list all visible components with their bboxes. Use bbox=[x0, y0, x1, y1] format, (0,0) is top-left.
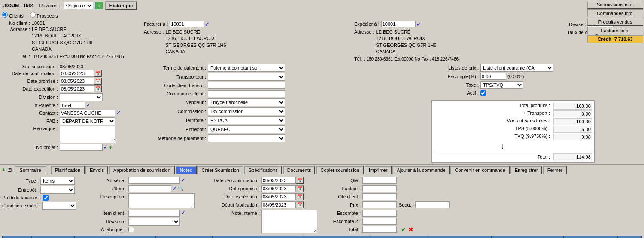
type-label: Type : bbox=[2, 178, 39, 183]
add-row-icon[interactable]: 🖹 bbox=[7, 167, 12, 173]
qte-client-input[interactable] bbox=[362, 193, 397, 200]
contact-check-icon[interactable]: ✓ bbox=[116, 110, 121, 116]
facturer-check-icon[interactable]: ✓ bbox=[205, 21, 210, 27]
condition-select[interactable] bbox=[42, 202, 76, 210]
expedier-check-icon[interactable]: ✓ bbox=[416, 21, 421, 27]
item-check[interactable]: ✓ bbox=[172, 185, 177, 192]
tab-copier[interactable]: Copier soumission bbox=[316, 166, 363, 174]
qte-input[interactable] bbox=[362, 177, 397, 184]
expedier-input[interactable] bbox=[381, 21, 416, 27]
description-textarea[interactable] bbox=[128, 193, 195, 208]
tab-notes[interactable]: Notes bbox=[176, 166, 197, 174]
no-serie-input[interactable] bbox=[128, 177, 180, 184]
terme-select[interactable]: Paiement comptant sur l bbox=[208, 64, 285, 72]
historique-button[interactable]: Historique bbox=[105, 1, 137, 10]
detail-red-x[interactable]: ✖ bbox=[408, 226, 413, 233]
col-item-name: Item bbox=[31, 236, 74, 238]
a-fabriquer-checkbox[interactable] bbox=[128, 227, 134, 232]
clients-radio[interactable] bbox=[2, 12, 8, 18]
tab-documents[interactable]: Documents bbox=[283, 166, 316, 174]
remarque-textarea[interactable] bbox=[60, 126, 115, 143]
tab-planification[interactable]: Planification bbox=[51, 166, 85, 174]
date-expedi-detail-input[interactable] bbox=[261, 193, 296, 200]
date-promise-input[interactable] bbox=[60, 78, 94, 85]
date-expedi-input[interactable] bbox=[60, 85, 94, 92]
entrepot-detail-select[interactable] bbox=[40, 186, 75, 194]
vendeur-select[interactable]: Trayce Larochelle bbox=[208, 98, 285, 106]
date-promise-cal[interactable]: 📅 bbox=[94, 78, 102, 85]
note-interne-textarea[interactable] bbox=[261, 210, 317, 233]
code-transp-input[interactable] bbox=[208, 82, 285, 89]
item-client-check[interactable]: ✓ bbox=[181, 210, 185, 216]
produits-vendus-btn[interactable]: Produits vendus bbox=[587, 18, 643, 26]
tab-approbation[interactable]: Approbation de soumission bbox=[109, 166, 175, 174]
listes-select[interactable]: Liste client courante (CA bbox=[480, 64, 553, 72]
add-row-plus[interactable]: + bbox=[2, 167, 6, 173]
plus-button[interactable]: + bbox=[95, 2, 103, 9]
prospects-radio[interactable] bbox=[30, 12, 36, 18]
produits-taxables-checkbox[interactable] bbox=[43, 195, 49, 201]
col-revision: Révision bbox=[155, 236, 212, 238]
debut-fab-input[interactable] bbox=[261, 201, 296, 208]
tab-fermer[interactable]: Fermer bbox=[543, 166, 567, 174]
no-projet-check-icon[interactable]: ✓ bbox=[103, 144, 108, 150]
escompte-input[interactable] bbox=[480, 73, 506, 80]
date-confirm-input[interactable] bbox=[60, 70, 94, 77]
commande-input[interactable] bbox=[208, 90, 285, 97]
item-client-input[interactable] bbox=[128, 210, 180, 217]
tab-envois[interactable]: Envois bbox=[85, 166, 108, 174]
date-confirm-detail-cal[interactable]: 📅 bbox=[296, 177, 304, 184]
item-search-icon[interactable]: 🔍 bbox=[178, 186, 184, 191]
escompte-detail-input[interactable] bbox=[362, 210, 397, 217]
factures-info-btn[interactable]: Factures info. bbox=[587, 27, 643, 34]
tab-imprimer[interactable]: Imprimer bbox=[365, 166, 392, 174]
credit-btn[interactable]: Crédit -7 710.63 bbox=[587, 35, 643, 43]
item-label: #Item : bbox=[90, 186, 127, 191]
commission-select[interactable]: 1% commission bbox=[208, 107, 285, 115]
sugg-input[interactable] bbox=[415, 201, 450, 208]
actif-checkbox[interactable] bbox=[480, 90, 486, 96]
client-address: LE BEC SUCRÉ 1216, BOUL. LACROIX ST-GEOR… bbox=[32, 26, 92, 53]
tab-creer[interactable]: Créer Soumission bbox=[197, 166, 243, 174]
date-promise-detail-cal[interactable]: 📅 bbox=[296, 185, 304, 192]
no-projet-plus-icon[interactable]: + bbox=[109, 144, 112, 150]
no-serie-check[interactable]: ✓ bbox=[181, 177, 185, 183]
parente-check-icon[interactable]: ✓ bbox=[86, 102, 91, 108]
sommaire-btn[interactable]: Sommaire bbox=[15, 166, 46, 174]
type-select[interactable]: Items bbox=[40, 177, 75, 185]
prospects-radio-label[interactable]: Prospects bbox=[30, 12, 58, 18]
escompte2-input[interactable] bbox=[362, 218, 397, 225]
date-expedi-detail-cal[interactable]: 📅 bbox=[296, 193, 304, 200]
date-confirm-detail-input[interactable] bbox=[261, 177, 296, 184]
commandes-info-btn[interactable]: Commandes info. bbox=[587, 9, 643, 17]
tab-convertir[interactable]: Convertir en commande bbox=[450, 166, 509, 174]
contact-input[interactable] bbox=[60, 110, 115, 116]
entrepot-select[interactable]: QUÉBEC bbox=[208, 125, 285, 133]
detail-green-check[interactable]: ✔ bbox=[401, 226, 406, 233]
facteur-input[interactable] bbox=[362, 185, 397, 192]
no-projet-input[interactable] bbox=[60, 144, 103, 151]
condition-label: Condition expéd. : bbox=[2, 203, 40, 208]
item-input[interactable] bbox=[128, 185, 171, 192]
total-detail-input[interactable] bbox=[362, 226, 397, 233]
revision-detail-select[interactable] bbox=[128, 218, 180, 226]
fab-select[interactable]: DÉPART DE NOTR bbox=[60, 117, 115, 125]
tab-ajouter[interactable]: Ajouter à la commande bbox=[392, 166, 450, 174]
transporteur-select[interactable] bbox=[208, 73, 285, 81]
territoire-select[interactable]: EST/CA bbox=[208, 116, 285, 124]
methode-select[interactable] bbox=[208, 134, 285, 142]
date-confirm-cal[interactable]: 📅 bbox=[94, 70, 102, 77]
parente-input[interactable] bbox=[60, 102, 85, 109]
clients-radio-label[interactable]: Clients bbox=[2, 12, 24, 18]
division-select[interactable] bbox=[60, 93, 103, 101]
tab-specifications[interactable]: Spécifications bbox=[244, 166, 282, 174]
tab-enregistrer[interactable]: Enregistrer bbox=[510, 166, 542, 174]
soumissions-info-btn[interactable]: Soumissions info. bbox=[587, 1, 643, 9]
date-expedi-cal[interactable]: 📅 bbox=[94, 85, 102, 92]
facturer-input[interactable] bbox=[170, 21, 204, 27]
taxe-select[interactable]: TPS/TVQ bbox=[480, 81, 523, 89]
debut-fab-cal[interactable]: 📅 bbox=[296, 201, 304, 208]
date-promise-detail-input[interactable] bbox=[261, 185, 296, 192]
prix-input[interactable] bbox=[362, 201, 397, 208]
revision-select[interactable]: Originale bbox=[64, 2, 93, 9]
